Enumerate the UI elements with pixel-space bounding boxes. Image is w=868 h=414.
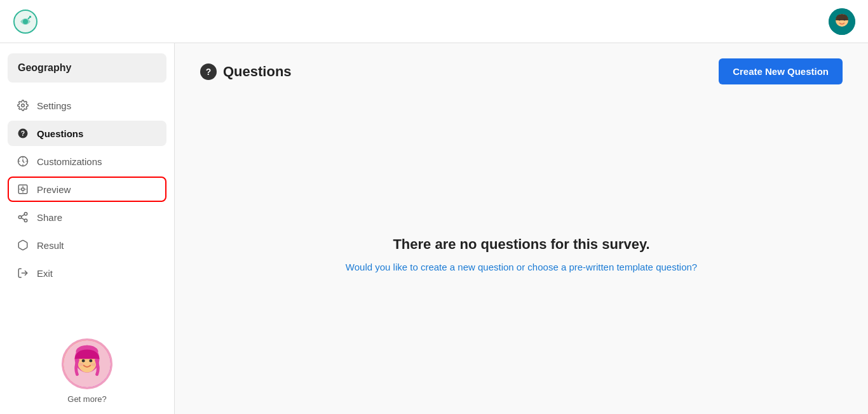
main-content: ? Questions Create New Question There ar… xyxy=(175,43,868,414)
customizations-icon xyxy=(17,155,29,168)
svg-point-5 xyxy=(844,18,846,20)
empty-state-subtitle[interactable]: Would you like to create a new question … xyxy=(346,262,697,272)
sidebar-item-questions[interactable]: ? Questions xyxy=(8,121,166,146)
svg-point-10 xyxy=(22,188,25,191)
sidebar-item-result[interactable]: Result xyxy=(8,232,166,258)
preview-icon xyxy=(17,183,29,196)
gear-icon xyxy=(17,99,29,112)
sidebar-item-label: Questions xyxy=(37,128,83,139)
svg-point-4 xyxy=(839,18,841,20)
svg-point-22 xyxy=(89,359,92,363)
main-header-left: ? Questions xyxy=(200,63,292,80)
svg-point-12 xyxy=(18,216,22,219)
exit-icon xyxy=(17,267,29,279)
svg-line-15 xyxy=(21,215,24,217)
survey-title-box: Geography xyxy=(8,53,166,83)
sidebar-item-settings[interactable]: Settings xyxy=(8,93,166,118)
svg-point-1 xyxy=(23,19,28,24)
page-title: Questions xyxy=(223,63,292,80)
sidebar-item-label: Share xyxy=(37,212,62,223)
sidebar-bottom: Get more? xyxy=(8,331,166,404)
result-icon xyxy=(17,239,29,251)
promo-avatar xyxy=(62,338,112,389)
app-logo[interactable] xyxy=(13,9,38,34)
sidebar-item-label: Exit xyxy=(37,268,53,279)
svg-point-24 xyxy=(91,363,96,366)
sidebar: Geography Settings ? Questions xyxy=(0,43,175,414)
share-icon xyxy=(17,211,29,224)
main-body: There are no questions for this survey. … xyxy=(175,95,868,414)
sidebar-item-label: Customizations xyxy=(37,156,102,167)
sidebar-item-label: Result xyxy=(37,240,64,251)
svg-point-23 xyxy=(78,363,83,366)
sidebar-item-preview[interactable]: Preview xyxy=(8,177,166,202)
svg-text:?: ? xyxy=(21,130,25,137)
sidebar-item-exit[interactable]: Exit xyxy=(8,260,166,286)
get-more-label: Get more? xyxy=(67,394,106,404)
topbar xyxy=(0,0,868,43)
sidebar-item-share[interactable]: Share xyxy=(8,204,166,230)
svg-point-13 xyxy=(24,219,27,222)
survey-title: Geography xyxy=(18,62,71,73)
svg-line-14 xyxy=(21,218,24,220)
sidebar-item-label: Settings xyxy=(37,100,71,111)
empty-state-title: There are no questions for this survey. xyxy=(393,236,649,253)
user-avatar[interactable] xyxy=(829,8,855,35)
page-icon: ? xyxy=(200,63,217,80)
svg-point-21 xyxy=(82,359,85,363)
create-question-button[interactable]: Create New Question xyxy=(719,58,843,84)
sidebar-item-label: Preview xyxy=(37,184,71,195)
svg-point-6 xyxy=(22,104,25,107)
sidebar-item-customizations[interactable]: Customizations xyxy=(8,149,166,174)
svg-point-11 xyxy=(24,213,27,216)
question-icon: ? xyxy=(17,127,29,140)
main-header: ? Questions Create New Question xyxy=(175,43,868,95)
